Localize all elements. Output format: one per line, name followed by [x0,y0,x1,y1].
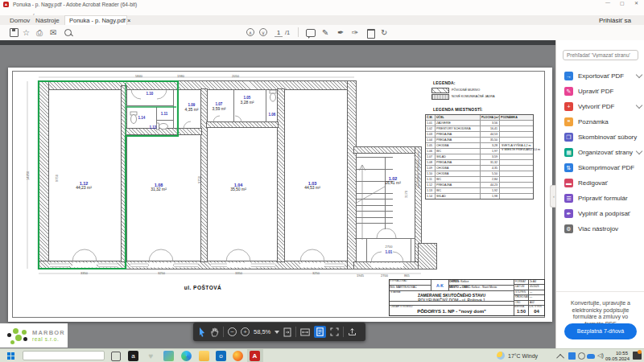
sidebar-item-combine-files[interactable]: ❐Skombinovať súbory [564,130,642,143]
sidebar-item-edit-pdf[interactable]: ✎Upraviť PDF [564,84,642,97]
tools-search-input[interactable] [563,50,638,60]
taskbar: a ♥ o A 17°C Windy ◁) 10:55 09.05.2024 [0,348,644,362]
sidebar-item-comment[interactable]: ❝Poznámka [564,115,642,128]
room-label: 1.0435,50 m² [230,183,246,192]
edge-browser-icon[interactable] [181,351,192,361]
notification-icon[interactable] [633,352,642,360]
weather-icon[interactable] [497,352,505,360]
sidebar-item-export-pdf[interactable]: →Exportovať PDF [564,69,642,82]
titlebar: ▲ Ponuka - p. Nagy.pdf - Adobe Acrobat R… [0,0,644,8]
sidebar-item-prepare-form[interactable]: ☰Pripraviť formulár [564,191,642,204]
highlight-icon[interactable]: ✎ [322,28,328,37]
heart-app-icon[interactable]: ♥ [146,351,156,361]
dimension-label: 3250 [312,271,320,275]
sidebar-item-redact[interactable]: ▬Redigovať [564,176,642,189]
sidebar-item-organize-pages[interactable]: ▦Organizovať strany [564,146,642,158]
acrobat-window: ▲ Ponuka - p. Nagy.pdf - Adobe Acrobat R… [0,0,644,362]
title-block: VYPRACOVAL: A·K OKRES: Košice ING. MARTI… [389,279,545,316]
sidebar-item-more-tools[interactable]: ⚙Viac nástrojov [564,222,642,235]
print-icon[interactable]: ⎙ [36,28,43,37]
search-icon[interactable] [64,29,72,36]
chevron-down-icon[interactable] [636,147,642,154]
logo-dot [23,337,27,341]
select-tool-icon[interactable] [198,327,206,337]
fit-width-icon[interactable] [300,327,310,337]
delete-pages-icon[interactable] [367,29,375,39]
dimension-label: 3350 [235,271,242,275]
window-title: Ponuka - p. Nagy.pdf - Adobe Acrobat Rea… [13,2,137,7]
sign-in-button[interactable]: Prihlásiť sa [599,17,631,24]
room-label: 1.1244,23 m² [76,181,92,191]
page-number-input[interactable]: 1 [275,29,283,37]
sidebar-item-compress-pdf[interactable]: ⇅Skomprimovať PDF [564,161,642,174]
page-up-icon[interactable]: ∧ [246,28,254,36]
main-toolbar: ☆ ⎙ ✉ ∧ ∨ 1 /1 ✎ ✒ ✑ ↻ [0,25,644,41]
trial-button[interactable]: Bezplatná 7-dňová skúšobná verzia [564,323,637,339]
firefox-icon[interactable] [233,351,243,361]
page-down-icon[interactable]: ∨ [259,28,267,36]
tab-document[interactable]: Ponuka - p. Nagy.pdf × [64,15,127,25]
volume-icon[interactable]: ◁) [597,352,604,359]
file-explorer-icon[interactable] [199,351,209,361]
watermark-sub: real s.r.o. [32,336,59,342]
canvas-top-strip [0,40,555,45]
comment-icon[interactable] [306,29,316,37]
maximize-button[interactable]: ▢ [620,0,625,6]
sidebar-item-fill-sign[interactable]: ✒Vyplniť a podpísať [564,207,642,220]
pdf-page: 1.1244,23 m² 1.0831,32 m² 1.0435,50 m² 1… [8,68,552,322]
star-icon[interactable]: ☆ [23,28,30,37]
fill-sign-icon[interactable]: ✑ [352,28,358,37]
chevron-down-icon[interactable] [636,71,642,77]
onedrive-icon[interactable] [587,354,595,359]
zoom-level[interactable]: 58,5% [254,328,270,335]
dimension-label: 1980 [177,74,184,78]
fit-page-icon[interactable] [283,327,291,337]
rotate-pages-icon[interactable]: ↻ [381,28,387,37]
tray-expand-icon[interactable] [556,354,564,362]
acrobat-taskbar-icon[interactable]: A [250,351,260,361]
chevron-down-icon[interactable] [636,101,642,108]
combine-files-icon: ❐ [564,133,573,142]
tray-settings-icon[interactable] [578,352,585,360]
edit-pdf-icon: ✎ [564,87,573,96]
photos-app-icon[interactable] [163,351,174,361]
zoom-out-icon[interactable]: − [228,327,237,336]
page-view-active-icon[interactable] [314,326,326,338]
weather-text[interactable]: 17°C Windy [508,353,538,359]
task-view-icon[interactable] [111,352,121,361]
hand-tool-icon[interactable] [210,327,219,337]
tab-home[interactable]: Domov [10,17,30,24]
legend-item-label: NOVÉ KOMUNIKAČNÉ JADRÁ [452,95,495,98]
table-row: 1.04 PREDAJŇA 35,50 [426,138,533,143]
tab-tools[interactable]: Nástroje [35,17,60,24]
create-pdf-icon: + [564,102,573,111]
fullscreen-icon[interactable] [330,327,339,336]
legend-rooms-title: LEGENDA MIESTNOSTÍ: [433,107,483,112]
share-icon[interactable] [348,327,357,336]
minimize-button[interactable]: — [605,0,610,5]
email-icon[interactable]: ✉ [50,28,56,37]
room-label: 1.14 [138,116,146,121]
street-label: ul. POŠTOVÁ [184,285,222,290]
taskbar-search-input[interactable] [23,351,105,360]
zoom-in-icon[interactable]: + [241,327,250,336]
table-row: 1.12 PREDAJŇA 44,23 [426,183,533,188]
save-icon[interactable] [10,28,19,37]
document-canvas[interactable]: 1.1244,23 m² 1.0831,32 m² 1.0435,50 m² 1… [0,40,555,348]
tab-close-icon[interactable]: × [127,17,130,24]
menubar: SúborÚpravyZobrazeniePodpísaťOknáPomocní… [0,8,644,15]
taskbar-clock[interactable]: 10:55 09.05.2024 [605,351,628,362]
outlook-icon[interactable]: o [216,351,226,361]
dimension-label: 9750 [197,176,201,183]
room-label: 1.094,35 m² [185,103,199,113]
tray-app-icon[interactable] [568,352,576,360]
table-row: 1.14 SKLAD 1,98 [426,194,533,199]
start-button[interactable] [7,352,14,360]
close-button[interactable]: ✕ [634,0,638,6]
dimension-label: 2050 [232,74,239,78]
sign-pen-icon[interactable]: ✒ [337,28,344,37]
marbor-watermark: MARBOR real s.r.o. [0,323,68,348]
zoom-dropdown-caret[interactable] [275,331,279,334]
amazon-app-icon[interactable]: a [128,351,138,361]
sidebar-item-create-pdf[interactable]: +Vytvoriť PDF [564,100,642,113]
